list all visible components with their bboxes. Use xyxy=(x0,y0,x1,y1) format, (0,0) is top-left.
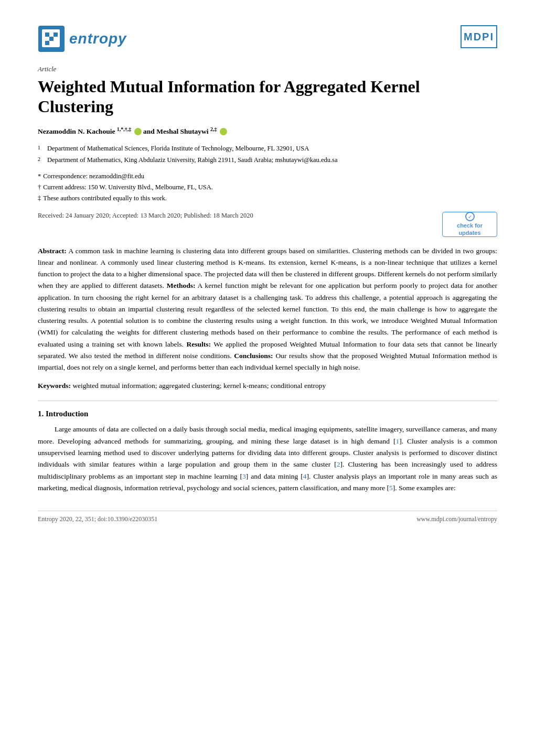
aff-text-1: Department of Mathematical Sciences, Flo… xyxy=(47,143,309,154)
check-updates-badge[interactable]: check forupdates xyxy=(442,212,497,237)
footnote-star: * Correspondence: nezamoddin@fit.edu xyxy=(38,171,497,182)
methods-label: Methods: xyxy=(167,282,196,289)
section-1-body: Large amounts of data are collected on a… xyxy=(38,424,497,494)
fn-text-dagger: Current address: 150 W. University Blvd.… xyxy=(43,182,213,193)
aff-text-2: Department of Mathematics, King Abdulazi… xyxy=(47,155,338,166)
affiliation-1: 1 Department of Mathematical Sciences, F… xyxy=(38,143,497,154)
ref-1[interactable]: 1 xyxy=(395,437,399,445)
entropy-logo-icon xyxy=(38,25,65,52)
orcid-icon-1 xyxy=(134,128,142,135)
footnote-dagger: † Current address: 150 W. University Blv… xyxy=(38,182,497,193)
svg-rect-5 xyxy=(49,37,54,41)
section-1-title: 1. Introduction xyxy=(38,409,497,418)
authors: Nezamoddin N. Kachouie 1,*,†,‡ and Mesha… xyxy=(38,126,497,136)
keywords-section: Keywords: weighted mutual information; a… xyxy=(38,382,497,390)
aff-num-2: 2 xyxy=(38,155,45,166)
ref-4[interactable]: 4 xyxy=(303,472,307,480)
ref-3[interactable]: 3 xyxy=(242,472,246,480)
footer-right: www.mdpi.com/journal/entropy xyxy=(416,515,497,523)
footer: Entropy 2020, 22, 351; doi:10.3390/e2203… xyxy=(38,511,497,523)
dates-row: Received: 24 January 2020; Accepted: 13 … xyxy=(38,212,497,237)
footer-left: Entropy 2020, 22, 351; doi:10.3390/e2203… xyxy=(38,515,157,523)
page: entropy MDPI Article Weighted Mutual Inf… xyxy=(0,0,535,548)
publication-dates: Received: 24 January 2020; Accepted: 13 … xyxy=(38,212,253,220)
article-label: Article xyxy=(38,65,497,73)
abstract-section: Abstract: A common task in machine learn… xyxy=(38,245,497,374)
header: entropy MDPI xyxy=(38,25,497,52)
abstract-text: Abstract: A common task in machine learn… xyxy=(38,245,497,374)
ref-2[interactable]: 2 xyxy=(337,460,340,468)
keywords-text: weighted mutual information; aggregated … xyxy=(72,382,326,390)
paper-title: Weighted Mutual Information for Aggregat… xyxy=(38,77,497,117)
fn-sym-dagger: † xyxy=(38,182,41,193)
author-and: and Meshal Shutaywi 2,‡ xyxy=(143,127,217,135)
keywords-label: Keywords: xyxy=(38,382,71,390)
check-updates-icon xyxy=(465,212,475,221)
svg-rect-2 xyxy=(45,33,49,37)
check-updates-top xyxy=(465,212,475,221)
fn-text-star: Correspondence: nezamoddin@fit.edu xyxy=(43,171,144,182)
mdpi-logo: MDPI xyxy=(461,25,497,48)
orcid-icon-2 xyxy=(220,128,227,135)
section-divider xyxy=(38,401,497,401)
journal-name: entropy xyxy=(69,30,127,47)
check-updates-label: check forupdates xyxy=(457,222,483,236)
results-label: Results: xyxy=(186,340,211,348)
author-names: Nezamoddin N. Kachouie 1,*,†,‡ xyxy=(38,127,131,135)
affiliation-2: 2 Department of Mathematics, King Abdula… xyxy=(38,155,497,166)
footnotes: * Correspondence: nezamoddin@fit.edu † C… xyxy=(38,171,497,204)
journal-logo-area: entropy xyxy=(38,25,127,52)
svg-rect-3 xyxy=(54,33,58,37)
fn-text-ddagger: These authors contributed equally to thi… xyxy=(43,193,167,204)
conclusions-label: Conclusions: xyxy=(234,352,273,360)
abstract-label: Abstract: xyxy=(38,247,67,255)
ref-5[interactable]: 5 xyxy=(389,484,393,492)
footnote-ddagger: ‡ These authors contributed equally to t… xyxy=(38,193,497,204)
fn-sym-ddagger: ‡ xyxy=(38,193,41,204)
affiliations: 1 Department of Mathematical Sciences, F… xyxy=(38,143,497,166)
fn-sym-star: * xyxy=(38,171,41,182)
aff-num-1: 1 xyxy=(38,143,45,154)
svg-rect-4 xyxy=(45,41,49,45)
